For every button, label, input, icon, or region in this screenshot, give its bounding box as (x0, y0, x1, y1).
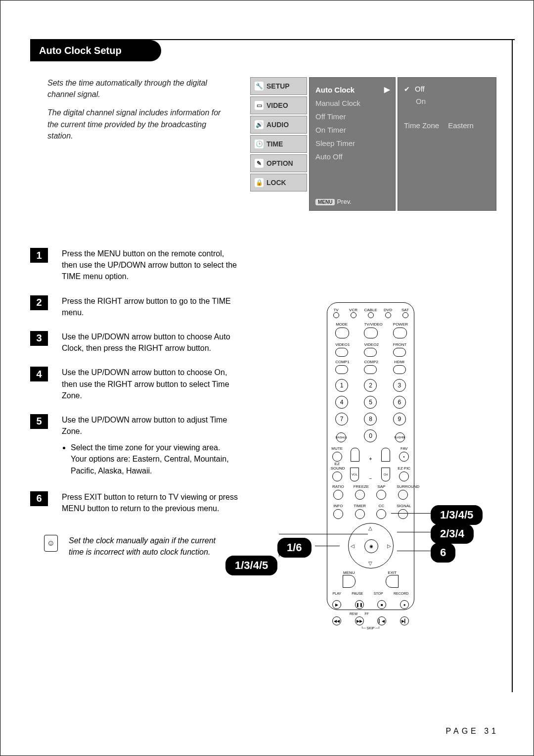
digit-1[interactable]: 1 (335, 379, 348, 392)
mode-button[interactable]: MODE (335, 322, 348, 338)
osd-option-off: ✔Off (404, 83, 490, 95)
digit-2[interactable]: 2 (364, 379, 377, 392)
skip-fwd-button[interactable]: ▶▎ (400, 616, 409, 625)
video1-button[interactable]: VIDEO1 (335, 342, 348, 357)
cc-button[interactable]: CC (375, 504, 388, 519)
digit-4[interactable]: 4 (335, 396, 348, 409)
btn-label: RATIO (332, 484, 344, 489)
circle-icon (355, 490, 365, 500)
signal-button[interactable]: SIGNAL (397, 504, 409, 519)
tvvideo-button[interactable]: TV/VIDEO (364, 322, 377, 338)
digit-5[interactable]: 5 (364, 396, 377, 409)
info-button[interactable]: INFO (332, 504, 345, 519)
mute-button[interactable]: MUTE (331, 446, 344, 462)
step-text-main: Use the UP/DOWN arrow button to adjust T… (62, 416, 227, 435)
tz-label: Time Zone (404, 121, 439, 130)
callout-navpad-up: 1/3/4/5 (431, 505, 483, 525)
ratio-button[interactable]: RATIO (332, 484, 345, 500)
btn-label: COMP2 (364, 360, 378, 364)
sap-button[interactable]: SAP (375, 484, 388, 500)
page-title: Auto Clock Setup (30, 40, 161, 61)
flashbk-button[interactable]: FLASHBK (395, 432, 405, 442)
pause-label: PAUSE (352, 592, 363, 595)
rew-ff-labels: REW FF (327, 612, 414, 615)
digit-7[interactable]: 7 (335, 413, 348, 425)
skip-text: SKIP (367, 626, 375, 630)
circle-icon (333, 490, 343, 500)
digit-9[interactable]: 9 (393, 413, 406, 425)
exit-button[interactable]: EXIT (386, 570, 399, 588)
osd-item-sleep-timer: Sleep Timer (315, 137, 390, 150)
circle-icon (398, 509, 408, 519)
led-icon (368, 312, 374, 318)
ezsound-button[interactable]: EZ SOUND (331, 462, 344, 481)
digit-8[interactable]: 8 (364, 413, 377, 425)
remote-led-row: TV VCR CABLE DVD SAT (327, 308, 414, 318)
record-label: RECORD (394, 592, 408, 595)
oval-icon (335, 348, 348, 357)
oval-icon (364, 328, 378, 338)
transport-row-2: ◀◀ ▶▶ ▎◀ ▶▎ (327, 615, 414, 625)
lock-icon: 🔒 (255, 178, 264, 187)
skip-label: └─ SKIP ─┘ (327, 626, 414, 630)
comp2-button[interactable]: COMP2 (364, 360, 377, 374)
check-icon: ✔ (404, 85, 410, 93)
ch-rocker[interactable] (381, 448, 391, 462)
fav-button[interactable]: FAV⭑ (398, 446, 410, 462)
power-button[interactable]: POWER (393, 322, 406, 338)
hdmi-button[interactable]: HDMI (393, 360, 406, 374)
nav-left-icon: ◁ (351, 543, 355, 549)
circle-icon (376, 490, 386, 500)
clock-icon: 🕒 (255, 140, 264, 148)
nav-pad[interactable]: △ ▽ ◁ ▷ ◉ (348, 523, 394, 568)
stop-button[interactable]: ■ (377, 600, 386, 609)
front-button[interactable]: FRONT (393, 342, 406, 357)
vol-rocker[interactable] (350, 448, 360, 462)
callout-line (279, 543, 280, 557)
note-text: Set the clock manually again if the curr… (69, 535, 232, 558)
ezpic-button[interactable]: EZ PIC (398, 466, 410, 481)
ch-down[interactable]: CH (381, 468, 391, 481)
btn-label: SURROUND (397, 484, 419, 489)
exit-icon (386, 575, 399, 588)
record-button[interactable]: ● (400, 600, 409, 609)
remote-row4: COMP1 COMP2 HDMI (327, 360, 414, 374)
digit-0[interactable]: 0 (364, 429, 377, 442)
osd-item-manual-clock: Manual Clock (315, 96, 390, 110)
btn-label: TV/VIDEO (364, 322, 382, 327)
tab-label: AUDIO (267, 121, 289, 129)
led-cable: CABLE (364, 308, 377, 318)
osd-left-tabs: 🔧SETUP ▭VIDEO 🔊AUDIO 🕒TIME ✎OPTION 🔒LOCK (250, 77, 307, 211)
btn-label: COMP1 (335, 360, 349, 364)
circle-icon (332, 472, 342, 481)
skip-back-button[interactable]: ▎◀ (377, 616, 386, 625)
step-5-bullet: Select the time zone for your viewing ar… (71, 442, 238, 476)
intro-p1: Sets the time automatically through the … (47, 77, 230, 100)
step-text: Press the MENU button on the remote cont… (62, 248, 238, 283)
rew-button[interactable]: ◀◀ (332, 616, 341, 625)
vol-label: VOL (350, 468, 359, 481)
btn-label: MENU (343, 570, 356, 575)
smile-icon: ☺ (44, 535, 58, 552)
transport-row: ▶ ❚❚ ■ ● (327, 599, 414, 609)
digit-3[interactable]: 3 (393, 379, 406, 392)
digit-row-1: 1 2 3 (327, 378, 414, 392)
pause-button[interactable]: ❚❚ (355, 600, 364, 609)
digit-6[interactable]: 6 (393, 396, 406, 409)
timer-button[interactable]: TIMER (354, 504, 366, 519)
btn-label: VIDEO1 (335, 342, 350, 347)
ff-button[interactable]: ▶▶ (355, 616, 364, 625)
vol-down[interactable]: VOL (350, 468, 360, 481)
led-label: CABLE (364, 308, 377, 312)
dash-button[interactable]: DASH(-) (336, 432, 346, 442)
step-number: 3 (30, 331, 48, 346)
comp1-button[interactable]: COMP1 (335, 360, 348, 374)
osd-item-auto-off: Auto Off (315, 150, 390, 163)
menu-button[interactable]: MENU (343, 570, 356, 588)
video2-button[interactable]: VIDEO2 (364, 342, 377, 357)
surround-button[interactable]: SURROUND (397, 484, 409, 500)
remote-row2: MODE TV/VIDEO POWER (327, 322, 414, 338)
led-vcr: VCR (347, 308, 360, 318)
play-button[interactable]: ▶ (332, 600, 341, 609)
freeze-button[interactable]: FREEZE (354, 484, 366, 500)
